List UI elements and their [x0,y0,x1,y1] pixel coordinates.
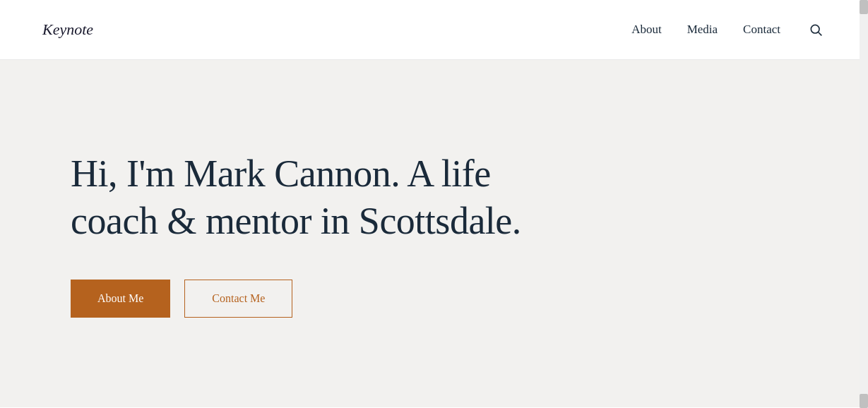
hero-content: Hi, I'm Mark Cannon. A life coach & ment… [71,150,521,318]
hero-buttons: About Me Contact Me [71,280,521,318]
site-logo[interactable]: Keynote [42,20,93,39]
nav-media[interactable]: Media [687,23,718,37]
contact-me-button[interactable]: Contact Me [184,280,292,318]
search-icon [809,23,823,37]
hero-section: Hi, I'm Mark Cannon. A life coach & ment… [0,60,868,407]
site-header: Keynote About Media Contact [0,0,868,60]
main-nav: About Media Contact [631,20,826,40]
search-button[interactable] [806,20,826,40]
hero-heading: Hi, I'm Mark Cannon. A life coach & ment… [71,150,521,246]
scrollbar-thumb-bottom[interactable] [860,394,868,408]
scrollbar-track [860,0,868,408]
nav-contact[interactable]: Contact [743,23,780,37]
nav-about[interactable]: About [631,23,662,37]
scrollbar-thumb-top[interactable] [860,0,868,14]
about-me-button[interactable]: About Me [71,280,170,318]
svg-point-0 [811,25,819,33]
svg-line-1 [819,32,822,36]
